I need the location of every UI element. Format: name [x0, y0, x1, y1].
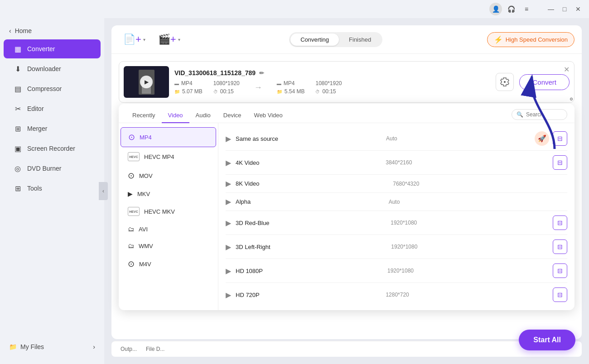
rocket-button[interactable]: 🚀 — [535, 131, 549, 146]
format-item-hevc-mp4[interactable]: HEVC HEVC MP4 — [121, 148, 216, 166]
preset-same-source-left: ▶ Same as source — [226, 134, 278, 143]
title-bar-icons: 👤 🎧 ≡ — □ ✕ — [489, 3, 584, 15]
wmv-icon: 🗂 — [128, 242, 134, 249]
tab-web-video[interactable]: Web Video — [248, 108, 289, 123]
add-file-icon: 📄+ — [123, 34, 141, 45]
downloader-label: Downloader — [27, 65, 61, 72]
format-item-wmv[interactable]: 🗂 WMV — [121, 238, 216, 254]
edit-hd-720p-preset-button[interactable]: ⊟ — [553, 287, 567, 302]
format-item-mov[interactable]: ⊙ MOV — [121, 166, 216, 185]
preset-alpha-play-icon: ▶ — [226, 197, 231, 206]
sidebar-item-editor[interactable]: ✂ Editor — [4, 99, 101, 118]
preset-hd-1080p-res: 1920*1080 — [387, 268, 428, 274]
sidebar-item-converter[interactable]: ▦ Converter — [4, 39, 101, 58]
file-thumbnail[interactable]: ▶ — [124, 66, 169, 98]
sidebar-item-dvd-burner[interactable]: ◎ DVD Burner — [4, 159, 101, 178]
tab-finished[interactable]: Finished — [339, 34, 381, 46]
sidebar-my-files[interactable]: 📁 My Files › — [0, 339, 104, 355]
sidebar-item-screen-recorder[interactable]: ▣ Screen Recorder — [4, 139, 101, 158]
edit-preset-button[interactable]: ⊟ — [553, 131, 567, 146]
preset-3d-red-blue-left: ▶ 3D Red-Blue — [226, 219, 269, 227]
tab-recently[interactable]: Recently — [126, 108, 162, 123]
tab-audio[interactable]: Audio — [189, 108, 217, 123]
mkv-icon: ▶ — [128, 190, 133, 197]
edit-filename-icon[interactable]: ✏ — [259, 70, 264, 77]
preset-4k-actions: ⊟ — [553, 155, 567, 170]
close-item-button[interactable]: ✕ — [564, 65, 570, 74]
source-res-meta: 1080*1920 ⏱ 00:15 — [213, 80, 240, 95]
lightning-icon: ⚡ — [494, 35, 503, 44]
hevc-mp4-label: HEVC MP4 — [144, 153, 174, 160]
dvd-burner-label: DVD Burner — [27, 165, 61, 172]
preset-hd-720p: ▶ HD 720P 1280*720 ⊟ — [226, 283, 567, 307]
format-item-hevc-mkv[interactable]: HEVC HEVC MKV — [121, 202, 216, 220]
format-item-avi[interactable]: 🗂 AVI — [121, 221, 216, 237]
sidebar-item-downloader[interactable]: ⬇ Downloader — [4, 59, 101, 78]
wmv-label: WMV — [139, 243, 153, 249]
format-search[interactable]: 🔍 — [512, 109, 567, 120]
high-speed-button[interactable]: ⚡ High Speed Conversion — [487, 32, 575, 47]
add-file-chevron: ▾ — [143, 37, 145, 42]
convert-button[interactable]: Convert — [519, 74, 570, 90]
headset-icon[interactable]: 🎧 — [505, 3, 517, 15]
file-name-row: VID_31300618_115128_789 ✏ — [174, 69, 490, 77]
add-file-button[interactable]: 📄+ ▾ — [119, 31, 150, 48]
maximize-button[interactable]: □ — [559, 4, 570, 14]
merger-label: Merger — [27, 125, 47, 132]
menu-icon[interactable]: ≡ — [520, 3, 533, 15]
preset-3d-rb-play-icon: ▶ — [226, 219, 231, 227]
format-dropdown: Recently Video Audio Device Web Video 🔍 — [119, 104, 575, 310]
add-media-button[interactable]: 🎬+ ▾ — [154, 31, 185, 48]
preset-alpha: ▶ Alpha Auto — [226, 193, 567, 211]
start-all-button[interactable]: Start All — [519, 330, 575, 350]
preset-3d-red-blue-name: 3D Red-Blue — [236, 220, 269, 226]
preset-hd-720p-res: 1280*720 — [386, 292, 426, 298]
dest-duration: 00:15 — [322, 88, 336, 95]
format-item-mkv[interactable]: ▶ MKV — [121, 186, 216, 202]
mov-icon: ⊙ — [128, 171, 135, 181]
preset-4k-name: 4K Video — [236, 159, 260, 166]
edit-3d-rb-preset-button[interactable]: ⊟ — [553, 216, 567, 230]
sidebar-item-merger[interactable]: ⊞ Merger — [4, 119, 101, 138]
file-info: VID_31300618_115128_789 ✏ ▬ MP4 📁 5.07 M… — [174, 69, 490, 95]
sidebar-item-tools[interactable]: ⊞ Tools — [4, 179, 101, 198]
tab-group: Converting Finished — [289, 32, 382, 47]
hevc-mkv-label: HEVC MKV — [144, 208, 175, 215]
close-window-button[interactable]: ✕ — [573, 4, 584, 14]
settings-button[interactable]: ⚙ — [496, 73, 514, 91]
format-presets: ▶ Same as source Auto 🚀 ⊟ — [218, 123, 575, 310]
tab-converting[interactable]: Converting — [290, 34, 339, 46]
tab-video[interactable]: Video — [162, 108, 189, 123]
edit-4k-preset-button[interactable]: ⊟ — [553, 155, 567, 170]
main-content: 📄+ ▾ 🎬+ ▾ Converting Finished ⚡ High Spe… — [104, 18, 589, 364]
edit-hd-1080p-preset-button[interactable]: ⊟ — [553, 263, 567, 278]
preset-3d-red-blue-res: 1920*1080 — [391, 220, 431, 226]
preset-4k-res: 3840*2160 — [386, 159, 426, 166]
sidebar-collapse-button[interactable]: ‹ — [99, 182, 108, 200]
minimize-button[interactable]: — — [546, 4, 556, 14]
compressor-icon: ▤ — [13, 84, 23, 94]
tools-icon: ⊞ — [13, 183, 23, 193]
tab-device[interactable]: Device — [217, 108, 248, 123]
screen-recorder-label: Screen Recorder — [27, 145, 75, 152]
source-format-row: ▬ MP4 — [174, 80, 203, 86]
profile-icon[interactable]: 👤 — [489, 3, 502, 15]
dest-meta: ▬ MP4 📁 5.54 MB — [277, 80, 305, 95]
sidebar-home[interactable]: ‹ Home — [0, 23, 104, 39]
settings-gear-label: ⚙ — [570, 97, 573, 101]
preset-same-source-actions: 🚀 ⊟ — [535, 131, 567, 146]
preset-same-source-name: Same as source — [236, 135, 278, 142]
folder-icon: 📁 — [174, 89, 180, 94]
hevc-mkv-icon: HEVC — [128, 207, 140, 216]
bottom-bar: Outp... File D... — [111, 341, 582, 357]
dest-format-icon: ▬ — [277, 81, 281, 86]
edit-3d-lr-preset-button[interactable]: ⊟ — [553, 239, 567, 254]
play-overlay[interactable]: ▶ — [140, 76, 153, 88]
search-input[interactable] — [526, 111, 562, 118]
sidebar-item-compressor[interactable]: ▤ Compressor — [4, 79, 101, 98]
dest-clock-icon: ⏱ — [315, 89, 320, 94]
format-item-m4v[interactable]: ⊙ M4V — [121, 254, 216, 273]
content-area: ▶ VID_31300618_115128_789 ✏ ▬ MP4 — [111, 54, 582, 339]
preset-play-icon: ▶ — [226, 134, 231, 143]
format-item-mp4[interactable]: ⊙ MP4 — [121, 127, 216, 147]
